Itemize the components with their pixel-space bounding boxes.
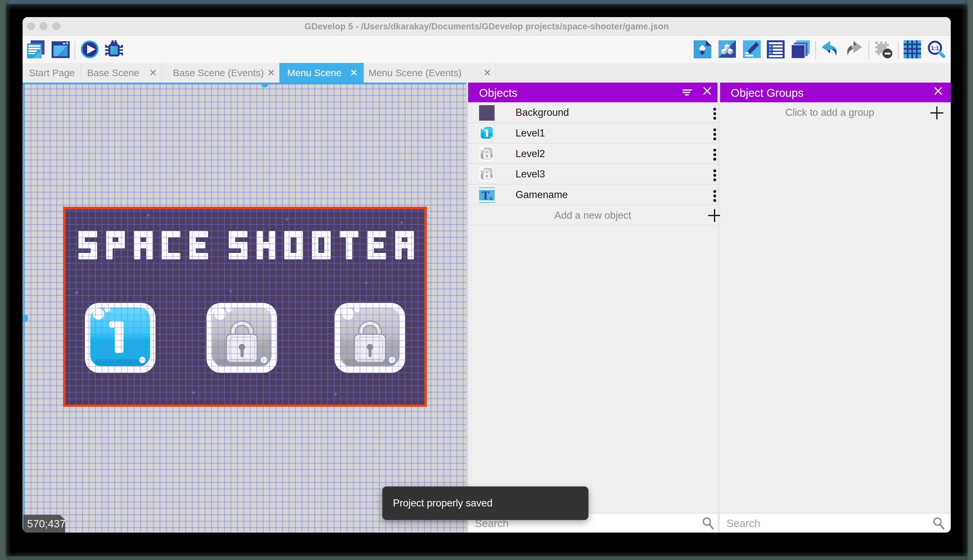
svg-text:1:1: 1:1 [931, 45, 939, 51]
svg-text:T: T [482, 189, 490, 202]
svg-text:x: x [490, 195, 493, 202]
